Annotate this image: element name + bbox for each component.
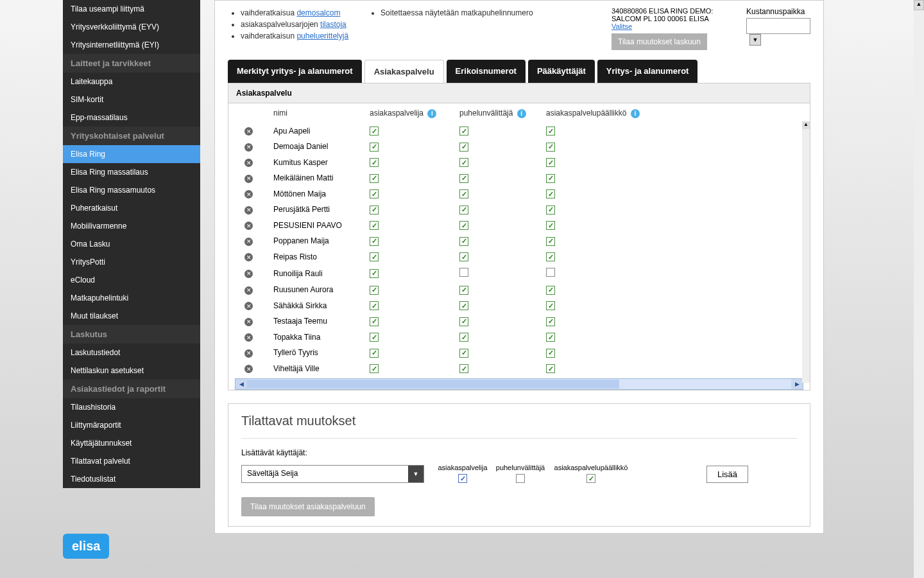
checkbox[interactable]	[546, 333, 555, 342]
checkbox[interactable]	[459, 301, 468, 310]
sidebar-item[interactable]: Yritysverkkoliittymä (EYV)	[63, 18, 200, 36]
sidebar-item[interactable]: Mobiilivarmenne	[63, 217, 200, 235]
link-demosalcom[interactable]: demosalcom	[296, 8, 340, 17]
checkbox[interactable]	[459, 158, 468, 167]
checkbox[interactable]	[546, 221, 555, 230]
checkbox[interactable]	[546, 158, 555, 167]
tab[interactable]: Erikoisnumerot	[447, 60, 526, 83]
delete-icon[interactable]: ✕	[244, 206, 253, 215]
checkbox[interactable]	[459, 206, 468, 215]
vertical-scrollbar[interactable]	[802, 129, 810, 383]
dropdown-caret-icon[interactable]: ▼	[749, 34, 761, 46]
checkbox[interactable]	[546, 268, 555, 277]
sidebar-item[interactable]: Tilaa useampi liittymä	[63, 0, 200, 18]
sidebar-item[interactable]: Yritysinternetliittymä (EYI)	[63, 36, 200, 54]
checkbox[interactable]	[370, 237, 379, 246]
user-select[interactable]: Säveltäjä Seija ▼	[241, 465, 424, 483]
sidebar-item[interactable]: Puheratkaisut	[63, 199, 200, 217]
valitse-link[interactable]: Valitse	[612, 22, 632, 30]
delete-icon[interactable]: ✕	[244, 175, 253, 183]
delete-icon[interactable]: ✕	[244, 190, 253, 198]
sidebar-item[interactable]: Laitekauppa	[63, 73, 200, 91]
link-puheluerittelyja[interactable]: puheluerittelyjä	[296, 31, 348, 40]
tab[interactable]: Yritys- ja alanumerot	[597, 60, 698, 83]
checkbox[interactable]	[370, 206, 379, 215]
checkbox[interactable]	[459, 333, 468, 342]
delete-icon[interactable]: ✕	[244, 270, 253, 278]
checkbox[interactable]	[546, 349, 555, 358]
scroll-thumb[interactable]	[247, 380, 619, 389]
tab[interactable]: Pääkäyttäjät	[528, 60, 595, 83]
scroll-right-icon[interactable]: ▶	[791, 379, 803, 389]
delete-icon[interactable]: ✕	[244, 365, 253, 373]
checkbox[interactable]	[370, 158, 379, 167]
browser-scrollbar[interactable]: ▲	[914, 0, 924, 578]
checkbox[interactable]	[459, 143, 468, 152]
checkbox[interactable]	[370, 143, 379, 152]
checkbox[interactable]	[546, 237, 555, 246]
checkbox[interactable]	[370, 286, 379, 295]
delete-icon[interactable]: ✕	[244, 143, 253, 152]
sidebar-item[interactable]: Liittymäraportit	[63, 416, 200, 434]
sidebar-item[interactable]: Oma Lasku	[63, 235, 200, 253]
checkbox[interactable]	[459, 364, 468, 373]
sidebar-item[interactable]: Muut tilaukset	[63, 307, 200, 325]
checkbox[interactable]	[370, 174, 379, 183]
delete-icon[interactable]: ✕	[244, 159, 253, 167]
sidebar-item[interactable]: eCloud	[63, 271, 200, 289]
delete-icon[interactable]: ✕	[244, 302, 253, 310]
delete-icon[interactable]: ✕	[244, 333, 253, 342]
checkbox[interactable]	[370, 127, 379, 136]
scroll-track[interactable]	[247, 379, 791, 389]
dropdown-caret-icon[interactable]: ▼	[408, 466, 424, 482]
checkbox[interactable]	[459, 174, 468, 183]
checkbox[interactable]	[459, 349, 468, 358]
checkbox[interactable]	[546, 143, 555, 152]
link-tilastoja[interactable]: tilastoja	[320, 20, 346, 29]
checkbox-asiakaspalvelupaallikko[interactable]	[586, 474, 595, 483]
add-button[interactable]: Lisää	[706, 466, 748, 483]
sidebar-item[interactable]: Tiedotuslistat	[63, 470, 200, 488]
tab[interactable]: Merkityt yritys- ja alanumerot	[228, 60, 362, 83]
checkbox[interactable]	[370, 364, 379, 373]
checkbox[interactable]	[546, 301, 555, 310]
scroll-left-icon[interactable]: ◀	[235, 379, 247, 389]
info-icon[interactable]: i	[427, 109, 436, 118]
sidebar-item[interactable]: Käyttäjätunnukset	[63, 434, 200, 452]
checkbox[interactable]	[459, 221, 468, 230]
delete-icon[interactable]: ✕	[244, 127, 253, 136]
delete-icon[interactable]: ✕	[244, 238, 253, 246]
checkbox[interactable]	[370, 349, 379, 358]
sidebar-item[interactable]: YritysPotti	[63, 253, 200, 271]
sidebar-item[interactable]: Laskutustiedot	[63, 344, 200, 362]
info-icon[interactable]: i	[631, 109, 640, 118]
checkbox[interactable]	[370, 221, 379, 230]
sidebar-item[interactable]: Elisa Ring	[63, 145, 200, 163]
checkbox[interactable]	[370, 252, 379, 261]
checkbox[interactable]	[459, 237, 468, 246]
sidebar-item[interactable]: Elisa Ring massatilaus	[63, 163, 200, 181]
checkbox-puhelunvalittaja[interactable]	[516, 474, 525, 483]
checkbox[interactable]	[546, 127, 555, 136]
checkbox[interactable]	[546, 364, 555, 373]
sidebar-item[interactable]: Tilattavat palvelut	[63, 452, 200, 470]
submit-changes-button[interactable]: Tilaa muutokset asiakaspalveluun	[241, 497, 375, 516]
checkbox[interactable]	[546, 252, 555, 261]
checkbox[interactable]	[459, 286, 468, 295]
scroll-up-icon[interactable]: ▲	[802, 121, 810, 129]
checkbox[interactable]	[370, 269, 379, 278]
checkbox[interactable]	[546, 206, 555, 215]
checkbox[interactable]	[370, 301, 379, 310]
sidebar-item[interactable]: Nettilaskun asetukset	[63, 362, 200, 380]
delete-icon[interactable]: ✕	[244, 222, 253, 230]
info-icon[interactable]: i	[517, 109, 526, 118]
checkbox[interactable]	[370, 333, 379, 342]
checkbox[interactable]	[546, 174, 555, 183]
cost-center-input[interactable]	[746, 18, 810, 34]
scroll-up-icon[interactable]: ▲	[914, 0, 924, 10]
checkbox[interactable]	[459, 252, 468, 261]
sidebar-item[interactable]: Epp-massatilaus	[63, 109, 200, 127]
delete-icon[interactable]: ✕	[244, 253, 253, 261]
sidebar-item[interactable]: Tilaushistoria	[63, 398, 200, 416]
sidebar-item[interactable]: SIM-kortit	[63, 91, 200, 109]
